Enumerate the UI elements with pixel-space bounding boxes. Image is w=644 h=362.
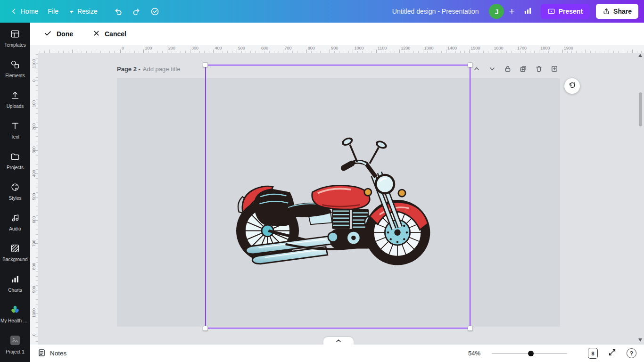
share-label: Share [613, 8, 632, 15]
present-icon [547, 8, 555, 16]
grid-view-button[interactable]: 8 [588, 348, 598, 359]
my-health-app-icon [10, 304, 20, 316]
delete-page-button[interactable] [533, 63, 545, 74]
sidebar-item-templates[interactable]: Templates [0, 23, 30, 53]
sidebar-item-label: Charts [8, 288, 22, 293]
ruler-corner [30, 45, 38, 53]
ruler-number: 400 [32, 170, 36, 177]
templates-icon [10, 29, 20, 40]
cancel-button[interactable]: Cancel [89, 27, 130, 41]
file-menu-button[interactable]: File [43, 4, 63, 19]
resize-handle-bottom-right[interactable] [468, 326, 473, 331]
fullscreen-icon [608, 348, 616, 358]
design-title[interactable]: Untitled design - Presentation [392, 8, 479, 15]
ruler-number: 800 [32, 263, 36, 270]
sidebar-item-label: Project 1 [6, 349, 24, 354]
ruler-number: 1100 [32, 59, 36, 68]
avatar[interactable]: J [489, 4, 504, 19]
zoom-level[interactable]: 54% [468, 350, 480, 357]
ruler-number: 1200 [401, 46, 410, 50]
page-title-input[interactable]: Add page title [143, 66, 181, 73]
resize-handle-top-left[interactable] [203, 62, 208, 67]
uploads-icon [10, 90, 20, 101]
zoom-slider[interactable] [492, 350, 567, 357]
file-label: File [48, 8, 58, 15]
fullscreen-button[interactable] [608, 348, 616, 358]
add-page-button[interactable] [549, 63, 560, 74]
sidebar-item-styles[interactable]: Styles [0, 176, 30, 206]
ruler-ticks [38, 49, 644, 53]
canvas-area[interactable]: Page 2 - Add page title [38, 53, 644, 345]
present-button[interactable]: Present [541, 4, 589, 19]
redo-icon [132, 7, 141, 16]
help-button[interactable]: ? [627, 348, 636, 358]
sidebar-item-audio[interactable]: Audio [0, 206, 30, 237]
ruler-number: 1100 [378, 46, 387, 50]
sidebar-item-projects[interactable]: Projects [0, 145, 30, 176]
sidebar-item-elements[interactable]: Elements [0, 53, 30, 84]
sidebar-item-text[interactable]: Text [0, 115, 30, 145]
motorcycle-image [218, 113, 451, 285]
zoom-slider-knob[interactable] [528, 351, 534, 356]
redo-button[interactable] [127, 3, 146, 20]
sidebar-item-label: Projects [7, 165, 24, 170]
bottom-bar-right: 54% 8 ? [468, 348, 636, 359]
expand-pages-tab[interactable] [323, 337, 354, 345]
selected-image-element[interactable] [205, 65, 471, 329]
sidebar-item-background[interactable]: Background [0, 237, 30, 268]
sidebar-item-label: Audio [9, 226, 21, 231]
ruler-number: 500 [32, 193, 36, 200]
ruler-number: 200 [32, 123, 36, 130]
ruler-number: 1000 [355, 46, 364, 50]
sidebar-item-uploads[interactable]: Uploads [0, 84, 30, 115]
ruler-number: 600 [32, 216, 36, 223]
invite-members-button[interactable]: + [504, 6, 519, 17]
done-button[interactable]: Done [40, 26, 77, 41]
charts-icon [10, 274, 20, 285]
home-button[interactable]: Home [6, 4, 43, 19]
ruler-number: 1900 [564, 46, 573, 50]
ruler-number: 100 [145, 46, 152, 50]
project-thumbnail-icon [9, 335, 21, 347]
resize-handle-bottom-left[interactable] [203, 326, 208, 331]
ruler-number: 1400 [447, 46, 457, 50]
lock-page-button[interactable] [502, 63, 513, 74]
move-page-down-button[interactable] [487, 63, 498, 74]
ruler-number: 200 [168, 46, 175, 50]
share-button[interactable]: Share [596, 4, 638, 19]
ruler-number: 400 [215, 46, 222, 50]
ruler-number: 500 [238, 46, 245, 50]
sidebar-item-label: Templates [4, 42, 26, 48]
magic-suggestions-button[interactable] [564, 78, 580, 94]
elements-icon [10, 59, 20, 71]
resize-handle-top-right[interactable] [468, 62, 473, 67]
insights-button[interactable] [520, 3, 536, 20]
notes-label: Notes [50, 350, 66, 357]
save-status-button[interactable] [146, 3, 164, 20]
object-panel-sidebar: Templates Elements Uploads Text Projects… [0, 23, 30, 362]
ruler-number: 700 [284, 46, 291, 50]
notes-button[interactable]: Notes [38, 349, 66, 358]
ruler-number: 600 [261, 46, 268, 50]
duplicate-page-button[interactable] [518, 63, 529, 74]
scroll-up-arrow[interactable] [638, 54, 642, 57]
sidebar-item-my-health-app[interactable]: My Health C... [0, 298, 30, 329]
vertical-scrollbar[interactable] [639, 92, 642, 126]
notes-icon [38, 349, 46, 358]
resize-button[interactable]: Resize [63, 4, 102, 19]
sidebar-item-label: Uploads [7, 104, 24, 109]
scroll-down-arrow[interactable] [638, 338, 642, 342]
chevron-up-icon [336, 339, 341, 343]
sidebar-item-project-1[interactable]: Project 1 [0, 329, 30, 360]
sidebar-item-charts[interactable]: Charts [0, 268, 30, 298]
background-icon [10, 243, 20, 255]
check-circle-icon [150, 7, 159, 16]
ruler-number: 900 [32, 286, 36, 293]
bottom-bar: Notes 54% 8 ? [30, 345, 644, 362]
ruler-horizontal: 0100200300400500600700800900100011001200… [38, 45, 644, 53]
ruler-number: 100 [32, 100, 36, 107]
ruler-number: 1500 [471, 46, 480, 50]
canva-editor: Home File Resize Untitled desig [0, 0, 644, 362]
undo-button[interactable] [109, 3, 127, 20]
bar-chart-icon [523, 6, 532, 17]
